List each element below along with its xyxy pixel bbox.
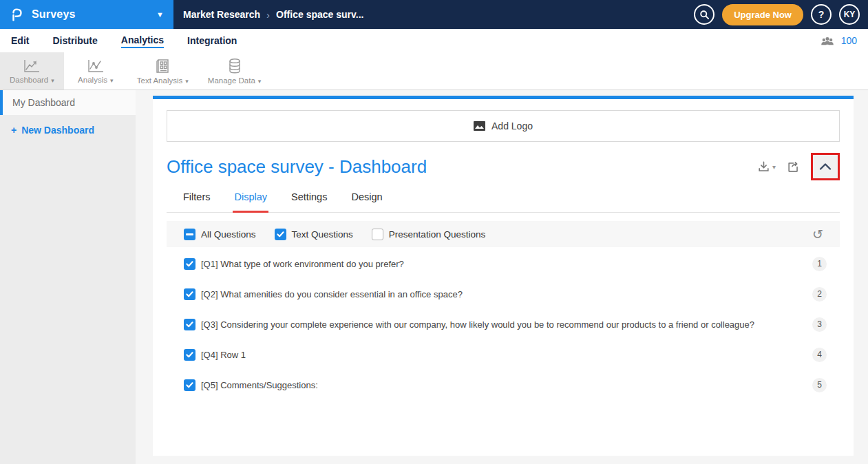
checkbox-unchecked-icon[interactable] xyxy=(372,229,383,240)
question-number-badge: 2 xyxy=(812,287,827,302)
question-row: [Q3] Considering your complete experienc… xyxy=(167,309,840,339)
nav-item-edit[interactable]: Edit xyxy=(11,34,29,48)
user-avatar[interactable]: KY xyxy=(839,4,860,25)
question-filter-bar: All Questions Text Questions Presentatio… xyxy=(167,221,840,247)
title-row: Office space survey - Dashboard ▾ xyxy=(167,153,840,180)
tab-display[interactable]: Display xyxy=(233,187,268,213)
search-icon xyxy=(699,10,710,20)
toolbar-item-text-analysis[interactable]: Text Analysis▾ xyxy=(127,52,198,89)
text-analysis-icon xyxy=(154,58,171,74)
questionpro-logo-icon xyxy=(10,7,25,22)
filter-all-questions[interactable]: All Questions xyxy=(184,229,256,240)
users-icon xyxy=(820,36,835,46)
toolbar-item-analysis[interactable]: Analysis▾ xyxy=(64,52,127,89)
question-checkbox[interactable] xyxy=(184,349,195,361)
new-dashboard-button[interactable]: + New Dashboard xyxy=(0,115,136,145)
question-row: [Q2] What amenities do you consider esse… xyxy=(167,279,840,309)
settings-tabs: Filters Display Settings Design xyxy=(167,187,840,213)
filter-label: All Questions xyxy=(201,229,256,240)
caret-down-icon: ▾ xyxy=(185,78,189,85)
reset-icon[interactable]: ↺ xyxy=(812,226,823,242)
checkbox-checked-icon[interactable] xyxy=(275,229,286,240)
survey-nav: Edit Distribute Analytics Integration 10… xyxy=(0,29,868,52)
question-list: [Q1] What type of work environment do yo… xyxy=(167,249,840,400)
top-header: Surveys ▼ Market Research › Office space… xyxy=(0,0,868,29)
question-number-badge: 4 xyxy=(812,348,827,362)
question-number-badge: 1 xyxy=(812,257,827,271)
caret-down-icon: ▾ xyxy=(51,77,54,84)
checkbox-indeterminate-icon[interactable] xyxy=(184,229,195,240)
question-row: [Q5] Comments/Suggestions: 5 xyxy=(167,370,840,400)
share-button[interactable] xyxy=(787,160,800,173)
toolbar-item-manage-data[interactable]: Manage Data▾ xyxy=(198,52,271,89)
manage-data-icon xyxy=(226,58,243,74)
breadcrumb-separator-icon: › xyxy=(266,9,270,21)
dashboard-card: Add Logo Office space survey - Dashboard… xyxy=(153,96,854,456)
add-logo-button[interactable]: Add Logo xyxy=(167,110,840,142)
chevron-up-icon xyxy=(819,162,832,171)
tab-filters[interactable]: Filters xyxy=(182,187,211,212)
collapse-panel-button[interactable] xyxy=(811,153,840,180)
download-button[interactable]: ▾ xyxy=(757,160,776,173)
question-label: [Q4] Row 1 xyxy=(201,350,246,360)
search-button[interactable] xyxy=(694,4,714,25)
question-row: [Q4] Row 1 4 xyxy=(167,339,840,370)
tab-settings[interactable]: Settings xyxy=(290,187,328,212)
upgrade-now-button[interactable]: Upgrade Now xyxy=(722,4,803,25)
toolbar-label: Manage Data▾ xyxy=(208,76,262,85)
toolbar-label: Analysis▾ xyxy=(78,76,113,84)
question-label: [Q1] What type of work environment do yo… xyxy=(201,259,404,269)
help-button[interactable]: ? xyxy=(811,4,832,25)
caret-down-icon: ▾ xyxy=(258,78,262,85)
product-name: Surveys xyxy=(32,8,76,21)
question-checkbox[interactable] xyxy=(184,319,195,330)
question-label: [Q5] Comments/Suggestions: xyxy=(201,380,318,390)
analytics-toolbar: Dashboard▾ Analysis▾ Text Analysis▾ Mana… xyxy=(0,52,868,90)
question-checkbox[interactable] xyxy=(184,379,195,391)
title-actions: ▾ xyxy=(757,153,840,180)
question-checkbox[interactable] xyxy=(184,258,195,270)
question-row: [Q1] What type of work environment do yo… xyxy=(167,249,840,279)
plus-icon: + xyxy=(11,125,17,136)
question-checkbox[interactable] xyxy=(184,288,195,300)
nav-item-integration[interactable]: Integration xyxy=(187,34,237,48)
filter-presentation-questions[interactable]: Presentation Questions xyxy=(372,229,485,240)
question-mark-icon: ? xyxy=(818,9,825,20)
toolbar-label: Dashboard▾ xyxy=(10,76,54,84)
add-logo-label: Add Logo xyxy=(491,120,533,131)
question-label: [Q3] Considering your complete experienc… xyxy=(201,319,754,330)
avatar-initials: KY xyxy=(844,10,856,19)
filter-label: Text Questions xyxy=(292,229,353,240)
product-switcher[interactable]: Surveys ▼ xyxy=(0,0,173,29)
new-dashboard-label: New Dashboard xyxy=(21,125,94,136)
filter-text-questions[interactable]: Text Questions xyxy=(275,229,353,240)
toolbar-label: Text Analysis▾ xyxy=(137,76,189,85)
breadcrumb-bar: Market Research › Office space surv... U… xyxy=(173,0,868,29)
breadcrumb-folder[interactable]: Market Research xyxy=(183,9,260,20)
dashboard-chart-icon xyxy=(23,59,41,74)
tab-design[interactable]: Design xyxy=(350,187,383,212)
filter-label: Presentation Questions xyxy=(389,229,485,240)
page-title: Office space survey - Dashboard xyxy=(167,156,427,178)
breadcrumb-survey[interactable]: Office space surv... xyxy=(276,9,363,20)
question-label: [Q2] What amenities do you consider esse… xyxy=(201,289,463,299)
nav-item-distribute[interactable]: Distribute xyxy=(52,34,97,48)
sidebar-item-my-dashboard[interactable]: My Dashboard xyxy=(0,90,136,115)
chevron-down-icon: ▼ xyxy=(156,10,164,19)
share-icon xyxy=(787,160,800,173)
caret-down-icon: ▾ xyxy=(772,163,776,171)
response-count-area[interactable]: 100 xyxy=(820,35,857,46)
analysis-chart-icon xyxy=(87,59,105,74)
dashboard-sidebar: My Dashboard + New Dashboard xyxy=(0,90,136,464)
question-number-badge: 5 xyxy=(812,378,827,392)
caret-down-icon: ▾ xyxy=(110,77,114,84)
nav-item-analytics[interactable]: Analytics xyxy=(121,33,164,48)
main-area: Add Logo Office space survey - Dashboard… xyxy=(136,90,868,464)
image-icon xyxy=(474,121,485,131)
toolbar-item-dashboard[interactable]: Dashboard▾ xyxy=(0,52,64,89)
download-icon xyxy=(757,160,770,173)
question-number-badge: 3 xyxy=(812,317,827,332)
header-actions: Upgrade Now ? KY xyxy=(694,4,860,25)
response-count[interactable]: 100 xyxy=(841,35,857,46)
